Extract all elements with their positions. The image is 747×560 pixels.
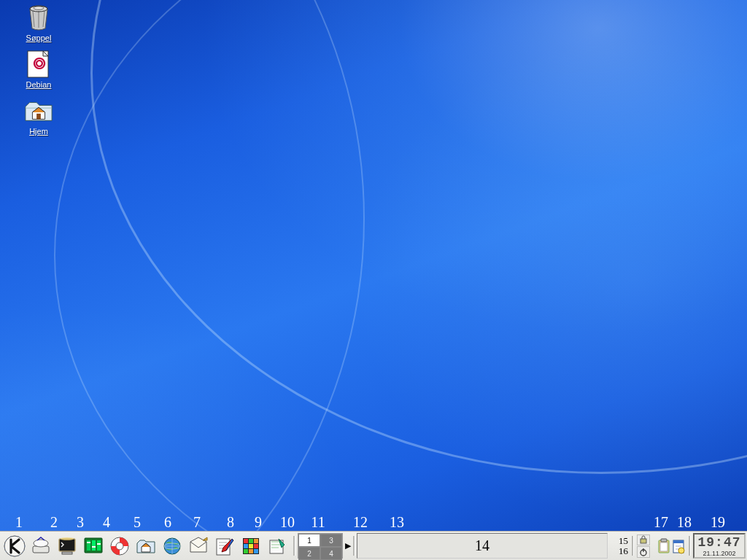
control-center-button[interactable] <box>82 534 105 558</box>
desktop-icon-debian[interactable]: Debian <box>13 50 64 89</box>
tools-button[interactable] <box>266 534 289 558</box>
debian-icon <box>24 50 53 79</box>
svg-point-45 <box>678 548 684 553</box>
terminal-button[interactable] <box>55 534 79 558</box>
taskbar-separator <box>352 532 356 560</box>
tasklist-area[interactable]: 14 <box>357 533 608 559</box>
desktop-pager: 1 3 2 4 <box>298 533 343 559</box>
svg-rect-16 <box>92 540 96 551</box>
clipboard-icon <box>657 538 670 554</box>
taskbar-separator <box>687 532 692 560</box>
clock-date: 21.11.2002 <box>703 550 735 557</box>
pager-cell-3[interactable]: 3 <box>320 534 342 547</box>
games-button[interactable] <box>239 534 263 558</box>
svg-rect-18 <box>87 542 90 543</box>
logout-button[interactable] <box>637 546 650 558</box>
svg-rect-4 <box>36 114 41 120</box>
pager-cell-1[interactable]: 1 <box>298 534 320 547</box>
pager-cell-4[interactable]: 4 <box>320 547 342 560</box>
desktop-icon-trash[interactable]: Søppel <box>13 3 64 42</box>
svg-rect-19 <box>92 546 96 548</box>
svg-rect-29 <box>254 539 258 543</box>
pager-cell-2[interactable]: 2 <box>298 547 320 560</box>
clock-time: 19:47 <box>697 535 740 550</box>
annotation-numbers: 15 16 <box>608 532 630 560</box>
taskbar-separator <box>292 532 296 560</box>
svg-point-2 <box>34 7 44 9</box>
svg-rect-12 <box>62 552 72 554</box>
calendar-icon <box>672 538 685 554</box>
terminal-icon <box>57 536 77 556</box>
taskbar: 1 3 2 4 ▶ 14 15 16 <box>0 531 747 560</box>
mail-icon <box>188 536 209 556</box>
desktop-drive-icon <box>31 536 51 556</box>
svg-rect-37 <box>640 539 646 543</box>
svg-rect-17 <box>97 540 101 551</box>
mail-button[interactable] <box>187 534 210 558</box>
svg-rect-32 <box>254 544 258 548</box>
svg-rect-27 <box>244 539 248 543</box>
tools-icon <box>267 536 287 556</box>
k-menu-button[interactable] <box>3 534 26 558</box>
svg-rect-34 <box>249 549 253 553</box>
svg-rect-42 <box>660 542 667 551</box>
klipper-button[interactable] <box>657 534 670 558</box>
home-folder-icon <box>24 96 53 125</box>
svg-rect-44 <box>673 540 684 543</box>
svg-rect-28 <box>249 539 253 543</box>
show-desktop-button[interactable] <box>29 534 53 558</box>
pager-arrow-button[interactable]: ▶ <box>344 532 352 560</box>
web-browser-button[interactable] <box>160 534 184 558</box>
svg-rect-31 <box>249 544 253 548</box>
kde-k-icon <box>4 535 26 557</box>
svg-rect-10 <box>59 539 75 551</box>
svg-point-22 <box>116 542 123 550</box>
lifebuoy-icon <box>109 536 130 556</box>
trash-icon <box>24 3 53 32</box>
control-center-icon <box>83 536 104 556</box>
power-icon <box>639 548 648 556</box>
globe-icon <box>162 536 182 556</box>
home-folder-button[interactable] <box>134 534 158 558</box>
help-button[interactable] <box>108 534 131 558</box>
svg-point-9 <box>34 540 48 547</box>
editor-button[interactable] <box>213 534 236 558</box>
lock-screen-button[interactable] <box>637 534 650 546</box>
svg-rect-30 <box>244 544 248 548</box>
write-icon <box>214 536 235 556</box>
home-folder-icon <box>136 536 156 556</box>
svg-rect-35 <box>254 549 258 553</box>
system-tray <box>635 532 687 560</box>
desktop-icons: Søppel Debian Hjem <box>13 3 64 136</box>
svg-rect-20 <box>97 543 101 545</box>
desktop-icon-label: Debian <box>26 80 52 89</box>
svg-point-13 <box>61 537 74 540</box>
desktop-icon-label: Søppel <box>26 34 52 42</box>
lock-icon <box>639 535 648 544</box>
desktop-icon-label: Hjem <box>29 127 48 136</box>
svg-rect-41 <box>661 539 667 542</box>
desktop-icon-home[interactable]: Hjem <box>13 96 64 136</box>
clock-applet[interactable]: 19:47 21.11.2002 <box>693 533 746 559</box>
annotation-number: 14 <box>475 537 489 554</box>
korganizer-button[interactable] <box>672 534 685 558</box>
rubik-icon <box>241 537 260 556</box>
launcher-row <box>0 532 292 560</box>
lock-logout-stack <box>637 534 650 558</box>
svg-rect-33 <box>244 549 248 553</box>
desktop-wallpaper[interactable] <box>0 0 747 560</box>
